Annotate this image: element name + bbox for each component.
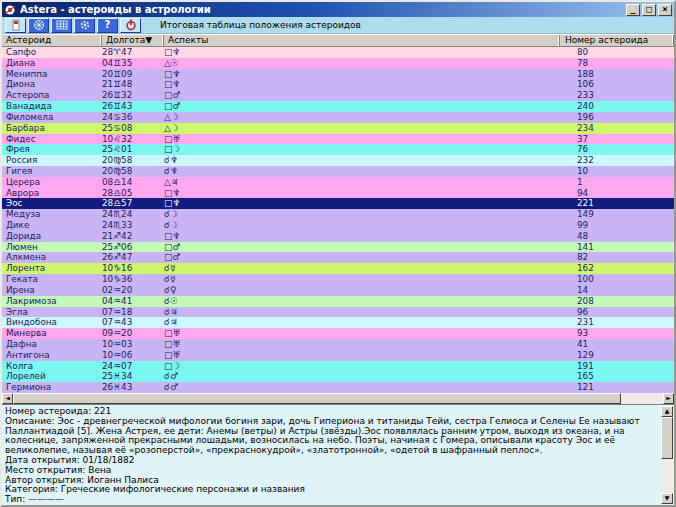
horizontal-scrollbar[interactable]: ◄ ► <box>2 393 674 404</box>
aspect-value: □♅ <box>164 339 560 350</box>
table-row[interactable]: Колга 24♒07 □☽ 191 <box>2 361 674 372</box>
table-row[interactable]: Церера 08♎14 △♃ 1 <box>2 177 674 188</box>
table-row[interactable]: Минерва 09♒20 □♅ 93 <box>2 328 674 339</box>
scroll-down-icon[interactable]: ▼ <box>661 493 673 504</box>
table-row[interactable]: Антигона 10♒06 □♅ 129 <box>2 350 674 361</box>
longitude-value: 07♒43 <box>102 317 164 328</box>
asteroid-number: 1 <box>560 177 674 188</box>
scroll-up-icon[interactable]: ▲ <box>661 406 673 417</box>
settings-button[interactable] <box>74 18 95 33</box>
table-row[interactable]: Лакримоза 04♒41 ☌☉ 208 <box>2 296 674 307</box>
close-button[interactable]: × <box>658 4 672 16</box>
table-row[interactable]: Ванадида 26♊43 □♂ 240 <box>2 101 674 112</box>
asteroid-name: Дорида <box>2 231 102 242</box>
longitude-value: 26♊43 <box>102 101 164 112</box>
column-header-number[interactable]: Номер астероида <box>560 35 674 46</box>
asteroid-name: Медуза <box>2 209 102 220</box>
table-row[interactable]: Эгла 07♒18 ☌♃ 96 <box>2 307 674 318</box>
longitude-value: 24♋36 <box>102 112 164 123</box>
asteroid-name: Гермиона <box>2 382 102 393</box>
vertical-scrollbar[interactable]: ▲ ▼ <box>661 406 673 504</box>
asteroid-name: Астеропа <box>2 90 102 101</box>
asteroid-number: 232 <box>560 155 674 166</box>
scroll-left-icon[interactable]: ◄ <box>2 393 13 404</box>
table-row[interactable]: Гермиона 26♓43 ☌♂ 121 <box>2 382 674 393</box>
table-row[interactable]: Лорелей 25♓34 ☌♂ 165 <box>2 371 674 382</box>
asteroid-number: 165 <box>560 371 674 382</box>
table-row[interactable]: Диана 04♊35 △☉ 78 <box>2 58 674 69</box>
aspect-value: □♅ <box>164 134 560 145</box>
table-row[interactable]: Гигея 20♍58 ☌♆ 10 <box>2 166 674 177</box>
asteroid-number: 162 <box>560 263 674 274</box>
asteroid-name: Лорента <box>2 263 102 274</box>
table-row[interactable]: Геката 10♑36 ☌☿ 100 <box>2 274 674 285</box>
table-row[interactable]: Диона 21♊48 □♆ 106 <box>2 79 674 90</box>
longitude-value: 02♒20 <box>102 285 164 296</box>
asteroid-number: 41 <box>560 339 674 350</box>
asteroid-number: 48 <box>560 231 674 242</box>
vertical-scroll-track[interactable] <box>661 417 673 493</box>
table-row[interactable]: Дафна 10♒03 □♅ 41 <box>2 339 674 350</box>
table-row[interactable]: Россия 20♍58 ☌♆ 232 <box>2 155 674 166</box>
table-row[interactable]: Виндобона 07♒43 ☌♃ 231 <box>2 317 674 328</box>
aspect-value: □☽ <box>164 144 560 155</box>
longitude-value: 20♊09 <box>102 69 164 80</box>
asteroid-number: 100 <box>560 274 674 285</box>
help-button[interactable]: ? <box>97 18 118 33</box>
table-row[interactable]: Аврора 28♎05 □♆ 94 <box>2 188 674 199</box>
table-row[interactable]: Барбара 25♋08 △☽ 234 <box>2 123 674 134</box>
table-row[interactable]: Эос 28♎57 □♆ 221 <box>2 198 674 209</box>
longitude-value: 24♏33 <box>102 220 164 231</box>
longitude-value: 10♒06 <box>102 350 164 361</box>
table-row[interactable]: Мениппа 20♊09 □♆ 188 <box>2 69 674 80</box>
asteroid-number: 14 <box>560 285 674 296</box>
table-row[interactable]: Сапфо 28♈47 □♆ 80 <box>2 47 674 58</box>
title-bar[interactable]: Astera - астероиды в астрологии _ □ × <box>2 2 674 17</box>
minimize-button[interactable]: _ <box>626 4 640 16</box>
column-header-asteroid[interactable]: Астероид <box>2 35 102 46</box>
asteroid-number: 191 <box>560 361 674 372</box>
chart-wheel-button[interactable] <box>28 18 49 33</box>
column-header-longitude[interactable]: Долгота▼ <box>102 35 164 46</box>
asteroid-number: 240 <box>560 101 674 112</box>
aspect-value: □♆ <box>164 231 560 242</box>
asteroid-name: Дике <box>2 220 102 231</box>
asteroid-number: 121 <box>560 382 674 393</box>
aspect-value: ☌♂ <box>164 371 560 382</box>
longitude-value: 20♍58 <box>102 166 164 177</box>
scroll-right-icon[interactable]: ► <box>663 393 674 404</box>
table-row[interactable]: Фидес 10♌32 □♅ 37 <box>2 134 674 145</box>
exit-button[interactable] <box>120 18 141 33</box>
aspect-value: □♂ <box>164 252 560 263</box>
table-button[interactable] <box>51 18 72 33</box>
table-row[interactable]: Дорида 21♐42 □♆ 48 <box>2 231 674 242</box>
asteroid-number: 93 <box>560 328 674 339</box>
table-row[interactable]: Ирена 02♒20 ☌♀ 14 <box>2 285 674 296</box>
column-header-aspects[interactable]: Аспекты <box>164 35 560 46</box>
table-row[interactable]: Дике 24♏33 ☌☽ 99 <box>2 220 674 231</box>
table-row[interactable]: Люмен 25♐06 □♂ 141 <box>2 242 674 253</box>
asteroid-number: 96 <box>560 307 674 318</box>
report-icon <box>9 19 23 31</box>
aspect-value: □♆ <box>164 47 560 58</box>
report-button[interactable] <box>5 18 26 33</box>
toolbar: ? Итоговая таблица положения астероидов <box>2 17 674 34</box>
maximize-button[interactable]: □ <box>642 4 656 16</box>
horizontal-scroll-track[interactable] <box>13 393 663 404</box>
table-row[interactable]: Филомела 24♋36 △☽ 196 <box>2 112 674 123</box>
asteroid-name: Сапфо <box>2 47 102 58</box>
aspect-value: ☌♃ <box>164 317 560 328</box>
horizontal-scroll-thumb[interactable] <box>13 393 621 404</box>
table-row[interactable]: Алкмена 26♐47 □♂ 82 <box>2 252 674 263</box>
gear-icon <box>78 19 92 31</box>
table-row[interactable]: Фрея 25♌01 □☽ 76 <box>2 144 674 155</box>
table-row[interactable]: Астеропа 26♊32 □♂ 233 <box>2 90 674 101</box>
asteroid-name: Виндобона <box>2 317 102 328</box>
aspect-value: △☽ <box>164 112 560 123</box>
asteroid-name: Россия <box>2 155 102 166</box>
vertical-scroll-thumb[interactable] <box>661 417 673 459</box>
longitude-value: 10♑16 <box>102 263 164 274</box>
table-row[interactable]: Медуза 24♏24 ☌☽ 149 <box>2 209 674 220</box>
aspect-value: ☌♃ <box>164 307 560 318</box>
table-row[interactable]: Лорента 10♑16 ☌☿ 162 <box>2 263 674 274</box>
